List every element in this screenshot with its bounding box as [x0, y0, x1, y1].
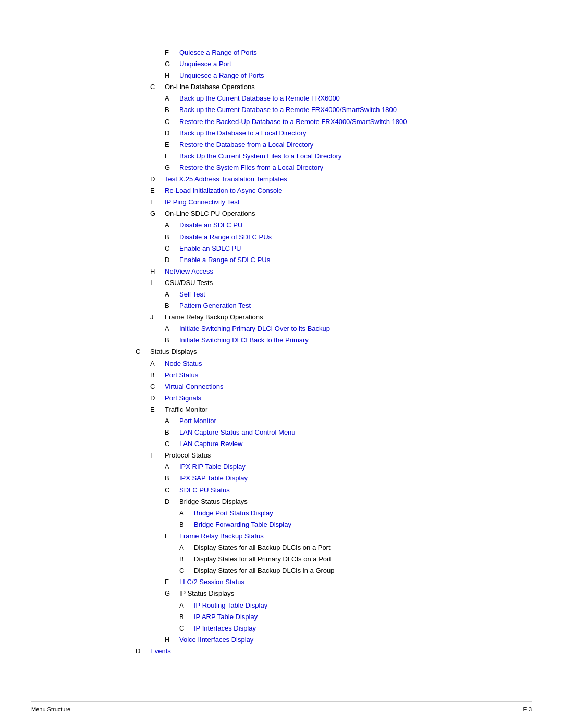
item-text[interactable]: Virtual Connections	[165, 381, 224, 392]
item-text[interactable]: Back up the Database to a Local Director…	[179, 128, 307, 139]
item-text[interactable]: Self Test	[179, 289, 205, 300]
item-text[interactable]: IP ARP Table Display	[194, 611, 258, 623]
item-text[interactable]: LAN Capture Status and Control Menu	[179, 427, 296, 438]
item-text[interactable]: IP Ping Connectivity Test	[165, 196, 239, 208]
item-text[interactable]: Restore the Backed-Up Database to a Remo…	[179, 116, 407, 128]
list-item: DEnable a Range of SDLC PUs	[165, 254, 532, 266]
item-label: B	[165, 231, 179, 243]
item-text[interactable]: LAN Capture Review	[179, 438, 242, 450]
item-text[interactable]: Disable a Range of SDLC PUs	[179, 231, 272, 243]
item-text[interactable]: Restore the Database from a Local Direct…	[179, 139, 313, 151]
page: FQuiesce a Range of PortsGUnquiesce a Po…	[0, 0, 563, 728]
item-label: G	[165, 58, 179, 70]
list-item: AIPX RIP Table Display	[165, 461, 532, 473]
footer-left: Menu Structure	[31, 706, 70, 712]
item-text[interactable]: Initiate Switching DLCI Back to the Prim…	[179, 335, 309, 346]
item-text[interactable]: Test X.25 Address Translation Templates	[165, 174, 287, 185]
item-text: Protocol Status	[165, 450, 211, 461]
item-label: B	[165, 473, 179, 484]
item-text[interactable]: LLC/2 Session Status	[179, 576, 244, 588]
item-text[interactable]: Back Up the Current System Files to a Lo…	[179, 151, 341, 162]
item-text[interactable]: Re-Load Initialization to Async Console	[165, 185, 282, 196]
item-label: B	[165, 104, 179, 116]
footer-right: F-3	[523, 706, 532, 712]
item-label: C	[179, 565, 194, 576]
list-item: BIPX SAP Table Display	[165, 473, 532, 484]
item-label: G	[150, 208, 165, 219]
list-item: ERestore the Database from a Local Direc…	[165, 139, 532, 151]
item-text[interactable]: Unquiesce a Port	[179, 58, 231, 70]
list-item: CVirtual Connections	[150, 381, 532, 392]
list-item: BBack up the Current Database to a Remot…	[165, 104, 532, 116]
item-text: Display States for all Primary DLCIs on …	[194, 553, 331, 565]
item-text[interactable]: Port Monitor	[179, 415, 216, 427]
list-item: ETraffic Monitor	[150, 404, 532, 415]
item-label: A	[150, 358, 165, 369]
list-item: APort Monitor	[165, 415, 532, 427]
item-text: Display States for all Backup DLCIs in a…	[194, 565, 335, 576]
item-label: D	[165, 254, 179, 266]
item-text[interactable]: Quiesce a Range of Ports	[179, 47, 257, 58]
list-item: ABack up the Current Database to a Remot…	[165, 93, 532, 104]
menu-list: FQuiesce a Range of PortsGUnquiesce a Po…	[136, 47, 532, 657]
item-label: H	[165, 634, 179, 646]
item-label: F	[165, 47, 179, 58]
item-text[interactable]: IPX RIP Table Display	[179, 461, 246, 473]
list-item: GRestore the System Files from a Local D…	[165, 162, 532, 174]
item-label: B	[165, 335, 179, 346]
item-label: D	[165, 496, 179, 508]
list-item: HVoice IInterfaces Display	[165, 634, 532, 646]
list-item: CEnable an SDLC PU	[165, 243, 532, 254]
item-text[interactable]: SDLC PU Status	[179, 485, 230, 496]
item-label: B	[165, 427, 179, 438]
item-text[interactable]: IPX SAP Table Display	[179, 473, 248, 484]
item-text[interactable]: Node Status	[165, 358, 202, 369]
list-item: CStatus Displays	[136, 346, 532, 357]
item-text[interactable]: Enable a Range of SDLC PUs	[179, 254, 270, 266]
item-label: D	[150, 392, 165, 404]
list-item: BDisable a Range of SDLC PUs	[165, 231, 532, 243]
content-area: FQuiesce a Range of PortsGUnquiesce a Po…	[136, 47, 532, 657]
item-text[interactable]: Events	[150, 646, 171, 657]
item-text: Status Displays	[150, 346, 197, 357]
item-label: C	[179, 623, 194, 634]
item-label: A	[165, 219, 179, 231]
item-text[interactable]: Enable an SDLC PU	[179, 243, 241, 254]
item-label: A	[179, 600, 194, 611]
item-text[interactable]: Pattern Generation Test	[179, 300, 251, 312]
item-text[interactable]: Bridge Forwarding Table Display	[194, 519, 291, 530]
item-text[interactable]: Initiate Switching Primary DLCI Over to …	[179, 323, 330, 335]
list-item: ABridge Port Status Display	[179, 508, 532, 519]
list-item: DBack up the Database to a Local Directo…	[165, 128, 532, 139]
list-item: FBack Up the Current System Files to a L…	[165, 151, 532, 162]
list-item: CRestore the Backed-Up Database to a Rem…	[165, 116, 532, 128]
item-text[interactable]: Unquiesce a Range of Ports	[179, 70, 264, 81]
item-label: A	[165, 415, 179, 427]
item-text[interactable]: Back up the Current Database to a Remote…	[179, 104, 397, 116]
list-item: AIP Routing Table Display	[179, 600, 532, 611]
list-item: ADisplay States for all Backup DLCIs on …	[179, 542, 532, 553]
item-text[interactable]: IP Interfaces Display	[194, 623, 256, 634]
item-label: A	[165, 93, 179, 104]
item-text[interactable]: Disable an SDLC PU	[179, 219, 242, 231]
item-text: On-Line Database Operations	[165, 81, 255, 93]
list-item: GOn-Line SDLC PU Operations	[150, 208, 532, 219]
list-item: DEvents	[136, 646, 532, 657]
item-text[interactable]: NetView Access	[165, 266, 213, 277]
item-text[interactable]: Port Signals	[165, 392, 201, 404]
item-text[interactable]: Restore the System Files from a Local Di…	[179, 162, 323, 174]
list-item: ADisable an SDLC PU	[165, 219, 532, 231]
item-text[interactable]: IP Routing Table Display	[194, 600, 267, 611]
list-item: CIP Interfaces Display	[179, 623, 532, 634]
list-item: BBridge Forwarding Table Display	[179, 519, 532, 530]
item-text[interactable]: Voice IInterfaces Display	[179, 634, 253, 646]
item-label: H	[150, 266, 165, 277]
item-text[interactable]: Frame Relay Backup Status	[179, 530, 264, 542]
item-text[interactable]: Back up the Current Database to a Remote…	[179, 93, 340, 104]
item-label: B	[165, 300, 179, 312]
item-text[interactable]: Port Status	[165, 369, 198, 381]
item-label: C	[165, 116, 179, 128]
item-label: C	[136, 346, 150, 357]
item-text[interactable]: Bridge Port Status Display	[194, 508, 273, 519]
list-item: BPort Status	[150, 369, 532, 381]
